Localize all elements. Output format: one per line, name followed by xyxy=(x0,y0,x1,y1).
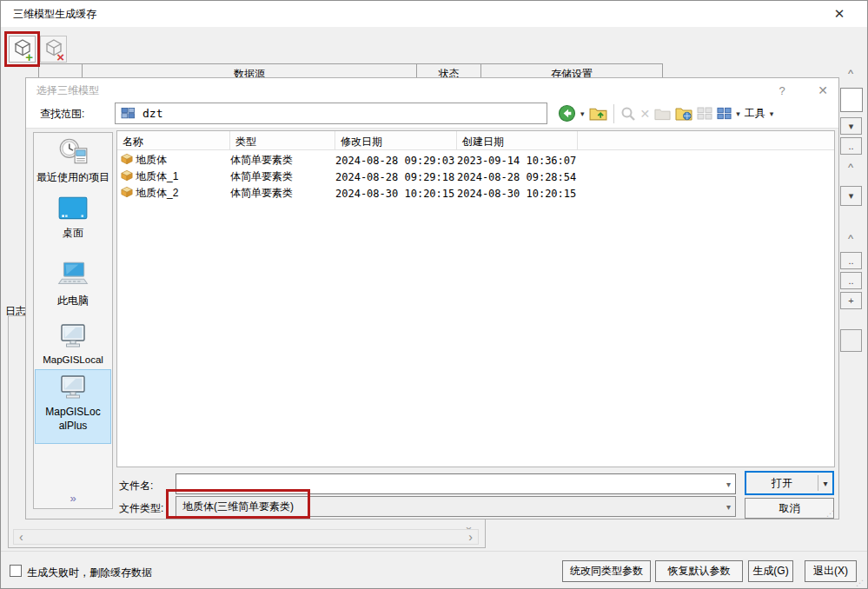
file-name: 地质体 xyxy=(136,153,167,168)
file-row[interactable]: 地质体_2 体简单要素类 2024-08-30 10:20:15 2024-08… xyxy=(117,185,834,202)
file-type-label: 文件类型: xyxy=(119,501,163,516)
delete-icon[interactable]: ✕ xyxy=(640,107,651,121)
sidebar-item-this-pc[interactable]: 此电脑 xyxy=(34,260,112,308)
file-created: 2024-08-28 09:28:54 xyxy=(457,171,578,183)
database-grid-icon xyxy=(121,107,136,120)
toolbar-separator xyxy=(613,104,614,123)
bg-scroll-up-icon[interactable]: ^ xyxy=(842,67,859,80)
cancel-button[interactable]: 取消 xyxy=(745,498,834,519)
double-chevron-icon: » xyxy=(70,492,76,505)
bg-edge-box xyxy=(840,329,862,352)
open-button-label: 打开 xyxy=(746,476,818,491)
file-type-select[interactable]: 地质体(三维简单要素类) ▾ xyxy=(176,496,736,517)
column-header-created[interactable]: 创建日期 xyxy=(457,131,578,149)
file-name: 地质体_1 xyxy=(136,169,178,184)
file-modified: 2024-08-30 10:20:15 xyxy=(335,188,457,200)
window-resize-grip[interactable]: ⋰ xyxy=(856,579,865,587)
column-header-type[interactable]: 类型 xyxy=(230,131,335,149)
main-titlebar: 三维模型生成缓存 ✕ xyxy=(1,1,867,27)
file-name: 地质体_2 xyxy=(136,186,178,201)
look-in-label: 查找范围: xyxy=(40,107,84,122)
sidebar-item-mapgislocalplus[interactable]: MapGISLocalPlus xyxy=(35,369,111,444)
places-sidebar: 最近使用的项目 桌面 此电脑 MapGISLocal xyxy=(33,132,113,509)
main-close-button[interactable]: ✕ xyxy=(821,2,858,26)
file-type-value: 地质体(三维简单要素类) xyxy=(176,500,294,514)
dialog-resize-grip[interactable]: ⋰ xyxy=(826,509,835,518)
delete-cache-checkbox-label: 生成失败时，删除缓存数据 xyxy=(27,566,152,580)
scroll-left-icon[interactable]: ‹ xyxy=(19,531,23,543)
file-name-input[interactable]: ▾ xyxy=(176,473,736,494)
chevron-down-icon[interactable]: ▾ xyxy=(722,502,735,512)
bg-edge-input[interactable] xyxy=(840,88,863,112)
open-dropdown-icon[interactable]: ▾ xyxy=(818,479,832,488)
view-menu-icon[interactable] xyxy=(717,107,732,120)
back-icon[interactable] xyxy=(558,104,576,122)
file-type: 体简单要素类 xyxy=(230,169,335,184)
cross-icon: × xyxy=(56,50,64,63)
chevron-down-icon[interactable]: ▾ xyxy=(722,480,735,489)
box-icon xyxy=(121,186,133,201)
tools-menu[interactable]: 工具 xyxy=(745,106,765,121)
search-icon[interactable] xyxy=(620,106,636,122)
sidebar-item-label: 此电脑 xyxy=(57,294,89,308)
restore-default-params-button[interactable]: 恢复默认参数 xyxy=(655,560,743,582)
bg-edge-caret-icon[interactable]: ^ xyxy=(842,161,859,174)
box-icon xyxy=(121,169,133,184)
dialog-title: 选择三维模型 xyxy=(36,83,99,98)
network-computer-icon xyxy=(57,322,89,353)
sidebar-item-mapgislocal[interactable]: MapGISLocal xyxy=(34,322,112,365)
desktop-icon xyxy=(56,195,89,224)
generate-button[interactable]: 生成(G) xyxy=(748,560,793,582)
open-button[interactable]: 打开 ▾ xyxy=(745,471,834,495)
remove-model-button[interactable]: × xyxy=(40,36,67,63)
sidebar-item-desktop[interactable]: 桌面 xyxy=(34,195,112,241)
detail-view-icon[interactable] xyxy=(697,107,712,120)
network-computer-icon xyxy=(57,374,89,403)
look-in-combo[interactable]: dzt xyxy=(115,103,547,124)
main-title: 三维模型生成缓存 xyxy=(13,7,96,22)
file-list-header: 名称 类型 修改日期 创建日期 xyxy=(117,131,834,150)
bg-edge-dropdown-button[interactable]: ▾ xyxy=(840,117,862,135)
exit-button[interactable]: 退出(X) xyxy=(805,560,857,582)
sidebar-item-label: MapGISLocal xyxy=(43,354,103,365)
file-row[interactable]: 地质体 体简单要素类 2024-08-28 09:29:03 2023-09-1… xyxy=(117,152,834,169)
sidebar-item-label: 桌面 xyxy=(63,226,83,241)
bg-edge-browse-button2[interactable]: .. xyxy=(840,252,862,269)
file-list: 名称 类型 修改日期 创建日期 地质体 体简单要素类 2024-08-28 09… xyxy=(116,130,835,467)
help-button[interactable]: ? xyxy=(770,81,794,100)
sidebar-expander-button[interactable]: » xyxy=(34,492,112,505)
bg-edge-browse-button3[interactable]: .. xyxy=(840,272,862,289)
file-modified: 2024-08-28 09:29:18 xyxy=(335,171,457,183)
file-name-label: 文件名: xyxy=(119,479,153,493)
this-pc-icon xyxy=(56,260,89,292)
add-model-button[interactable]: + xyxy=(9,36,36,63)
bg-edge-add-button[interactable]: + xyxy=(840,292,862,309)
scroll-right-icon[interactable]: › xyxy=(468,531,473,543)
select-model-dialog: 选择三维模型 ? ✕ 查找范围: dzt ▾ ✕ xyxy=(25,77,839,520)
box-icon xyxy=(121,153,133,168)
tools-dropdown-icon[interactable]: ▾ xyxy=(770,109,774,118)
view-menu-dropdown-icon[interactable]: ▾ xyxy=(736,109,740,118)
bg-edge-dropdown-button2[interactable]: ▾ xyxy=(840,186,862,206)
file-created: 2023-09-14 10:36:07 xyxy=(457,155,578,167)
delete-cache-checkbox[interactable] xyxy=(10,565,22,577)
back-dropdown-icon[interactable]: ▾ xyxy=(580,109,585,118)
plus-icon: + xyxy=(25,50,33,63)
column-header-name[interactable]: 名称 xyxy=(117,131,230,149)
column-header-modified[interactable]: 修改日期 xyxy=(335,131,457,149)
sidebar-item-recent[interactable]: 最近使用的项目 xyxy=(34,136,112,185)
bg-horizontal-scrollbar[interactable]: ‹ › xyxy=(13,529,479,545)
recent-items-icon xyxy=(56,136,89,169)
bg-edge-browse-button[interactable]: .. xyxy=(840,137,862,155)
file-row[interactable]: 地质体_1 体简单要素类 2024-08-28 09:29:18 2024-08… xyxy=(117,169,834,185)
file-type: 体简单要素类 xyxy=(230,186,335,201)
sidebar-item-label: MapGISLocalPlus xyxy=(43,405,103,433)
folder-globe-icon[interactable] xyxy=(675,106,692,121)
batch-modify-params-button[interactable]: 统改同类型参数 xyxy=(562,560,651,582)
bg-edge-caret-icon2[interactable]: ^ xyxy=(842,232,859,245)
dialog-close-button[interactable]: ✕ xyxy=(809,81,837,100)
file-type: 体简单要素类 xyxy=(230,153,335,168)
up-folder-icon[interactable] xyxy=(589,105,607,122)
dialog-toolbar: ▾ ✕ ▾ 工具 ▾ xyxy=(558,103,773,124)
new-folder-icon[interactable] xyxy=(654,107,671,121)
